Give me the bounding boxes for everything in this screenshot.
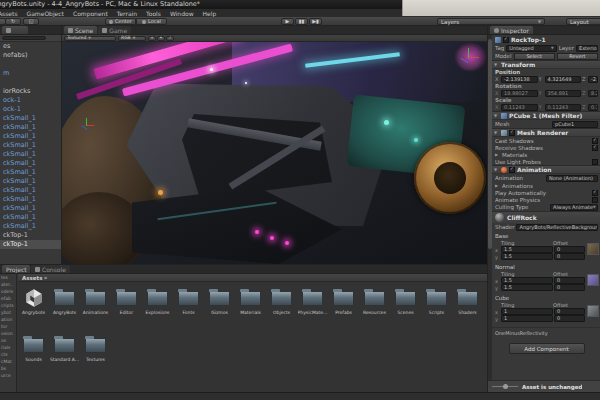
tree-item[interactable]: ater.. <box>0 281 16 288</box>
layer-dropdown[interactable]: Exterior <box>576 45 598 52</box>
hierarchy-item[interactable]: ckSmall_1 <box>0 213 61 222</box>
animation-enabled-checkbox[interactable]: ✓ <box>509 167 515 173</box>
tree-item[interactable]: urce <box>0 372 16 379</box>
animation-component-header[interactable]: ▼ ✓ Animation <box>492 165 600 174</box>
tree-item[interactable]: ation <box>0 316 16 323</box>
layout-dropdown[interactable]: Layout <box>566 18 600 25</box>
playmode-button[interactable]: ▶ <box>281 18 294 25</box>
asset-item[interactable]: Resources <box>359 284 390 331</box>
tree-item[interactable]: rials <box>0 344 16 351</box>
hierarchy-item[interactable]: ckSmall_1 <box>0 141 61 150</box>
asset-item[interactable]: Standard A... <box>49 331 80 378</box>
asset-item[interactable]: Editor <box>111 284 142 331</box>
active-checkbox[interactable]: ✓ <box>503 37 509 43</box>
orientation-gizmo[interactable] <box>457 46 481 70</box>
scene-toggle-button[interactable]: ♪ <box>166 36 174 41</box>
tab-hierarchy[interactable] <box>2 26 28 34</box>
channel-dropdown[interactable]: RGB▼ <box>118 36 146 41</box>
rotation-y-field[interactable]: 354.891 <box>545 90 582 97</box>
scene-viewport[interactable] <box>62 42 487 264</box>
asset-item[interactable]: Scripts <box>421 284 452 331</box>
transform-gizmo[interactable] <box>80 118 94 132</box>
tag-dropdown[interactable]: Untagged▼ <box>506 45 556 52</box>
search-input[interactable] <box>2 36 46 40</box>
tiling-y-field[interactable]: 1.5 <box>501 253 553 260</box>
object-name-field[interactable]: RockTop-1 <box>511 36 598 43</box>
asset-item[interactable]: PhysicMate... <box>297 284 328 331</box>
asset-item[interactable]: Fonts <box>173 284 204 331</box>
hierarchy-item[interactable]: ckSmall_1 <box>0 159 61 168</box>
asset-item[interactable]: Prefabs <box>328 284 359 331</box>
hierarchy-item[interactable]: ock-1 <box>0 96 61 105</box>
menu-item[interactable]: Component <box>73 10 108 17</box>
slider-knob[interactable] <box>503 384 508 389</box>
hierarchy-item[interactable]: ckSmall_1 <box>0 222 61 231</box>
tiling-x-field[interactable]: 1.5 <box>501 246 553 253</box>
hierarchy-item[interactable]: m <box>0 69 61 78</box>
layers-dropdown[interactable]: Layers▼ <box>437 18 545 25</box>
scale-x-field[interactable]: 0.11243 <box>501 104 538 111</box>
tree-item[interactable]: cripts <box>0 302 16 309</box>
add-component-button[interactable]: Add Component <box>509 343 585 354</box>
transform-tool-button[interactable]: ↻ <box>5 18 21 25</box>
scene-toggle-button[interactable]: ☀ <box>148 36 156 41</box>
asset-item[interactable]: Gizmos <box>204 284 235 331</box>
texture-thumbnail[interactable] <box>587 274 599 286</box>
asset-item[interactable]: Textures <box>80 331 111 378</box>
tree-item[interactable]: osion <box>0 330 16 337</box>
menu-item[interactable]: Assets <box>0 10 18 17</box>
tree-item[interactable]: cts <box>0 351 16 358</box>
menu-item[interactable]: Terrain <box>117 10 137 17</box>
tree-item[interactable]: tes <box>0 274 16 281</box>
tree-item[interactable]: cMat <box>0 358 16 365</box>
mesh-renderer-component-header[interactable]: ▼ ✓ Mesh Renderer <box>492 128 600 137</box>
scale-z-field[interactable]: 0.11 <box>588 104 598 111</box>
hierarchy-item[interactable] <box>0 60 61 69</box>
menu-item[interactable]: Tools <box>146 10 161 17</box>
hierarchy-item[interactable]: iorRocks <box>0 87 61 96</box>
position-x-field[interactable]: -2.139138 <box>501 76 538 83</box>
hierarchy-item[interactable]: ckSmall_1 <box>0 186 61 195</box>
offset-y-field[interactable]: 0 <box>554 284 585 291</box>
position-y-field[interactable]: 4.321649 <box>545 76 582 83</box>
hierarchy-item[interactable]: ckTop-1 <box>0 240 61 249</box>
asset-item[interactable]: Sounds <box>18 331 49 378</box>
animation-clip-field[interactable]: None (Animation) <box>546 175 598 182</box>
render-mode-dropdown[interactable]: Textured▼ <box>64 36 116 41</box>
rotation-z-field[interactable]: 8.2 <box>588 90 598 97</box>
hierarchy-item[interactable]: ckSmall_1 <box>0 123 61 132</box>
view-tab[interactable]: Scene <box>64 26 97 34</box>
offset-x-field[interactable]: 0 <box>554 308 585 315</box>
shader-dropdown[interactable]: AngryBots/ReflectiveBackground <box>516 224 598 231</box>
hierarchy-item[interactable]: es <box>0 42 61 51</box>
animations-foldout[interactable]: Animations <box>502 183 598 189</box>
asset-item[interactable]: Shaders <box>452 284 483 331</box>
cast-shadows-checkbox[interactable]: ✓ <box>592 138 598 144</box>
tree-item[interactable]: odels <box>0 288 16 295</box>
rotation-x-field[interactable]: 18.98027 <box>501 90 538 97</box>
texture-thumbnail[interactable] <box>587 243 599 255</box>
tiling-y-field[interactable]: 1.5 <box>501 284 553 291</box>
tab-console[interactable]: Console <box>31 265 70 273</box>
tree-item[interactable]: os <box>0 337 16 344</box>
hierarchy-item[interactable]: nefabs) <box>0 51 61 60</box>
hierarchy-item[interactable]: ckSmall_1 <box>0 168 61 177</box>
hierarchy-item[interactable]: ckSmall_1 <box>0 132 61 141</box>
mesh-renderer-enabled-checkbox[interactable]: ✓ <box>509 130 515 136</box>
pivot-center-button[interactable]: Center <box>105 18 136 25</box>
menu-item[interactable]: Help <box>203 10 217 17</box>
preview-size-slider[interactable] <box>492 386 518 387</box>
position-z-field[interactable]: -2.1 <box>588 76 598 83</box>
asset-item[interactable]: Materials <box>235 284 266 331</box>
tiling-y-field[interactable]: 1 <box>501 315 553 322</box>
light-probes-checkbox[interactable] <box>592 159 598 165</box>
mesh-filter-component-header[interactable]: ▼ PCube 1 (Mesh Filter) <box>492 111 600 120</box>
asset-item[interactable]: Angrybots <box>18 284 49 331</box>
asset-item[interactable]: Explosions <box>142 284 173 331</box>
offset-y-field[interactable]: 0 <box>554 253 585 260</box>
model-select-button[interactable]: Select <box>514 53 555 60</box>
hierarchy-item[interactable] <box>0 78 61 87</box>
menu-item[interactable]: Window <box>170 10 194 17</box>
transform-component-header[interactable]: ▼ Transform <box>492 60 600 69</box>
view-tab[interactable]: Game <box>98 26 131 34</box>
